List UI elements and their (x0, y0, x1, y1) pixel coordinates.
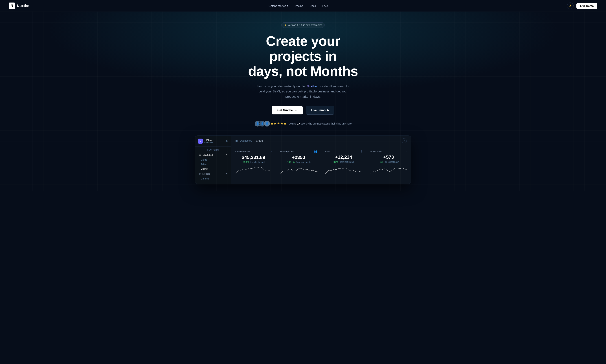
metric-label: Subscriptions (280, 150, 294, 153)
metric-card-active: Active Now ↑ +573 +201 since last hour (366, 146, 411, 176)
play-icon: ▶ (327, 108, 329, 112)
hero-subtitle: Focus on your idea instantly and let Nux… (256, 84, 350, 100)
metric-value: +2350 (280, 155, 317, 160)
sidebar-item-charts[interactable]: Charts (195, 167, 231, 171)
metric-header: Subscriptions 👥 (280, 150, 317, 153)
grid-icon: ⊞ (199, 153, 201, 156)
hero-title: Create your projects in days, not Months (240, 34, 366, 79)
nav-links: Getting started ▾ Pricing Docs FAQ (269, 4, 328, 7)
breadcrumb-separator: › (254, 139, 255, 142)
user-avatars: 👤 👤 👤 (254, 120, 268, 127)
metric-change: +201 since last hour (370, 161, 407, 163)
live-demo-button[interactable]: Live Demo ▶ (306, 106, 334, 115)
chevron-down-icon: ▾ (226, 172, 227, 175)
metric-card-sales: Sales $ +12,234 +19% from last month (321, 146, 366, 176)
star-icon: ★ (284, 24, 287, 26)
sidebar-header: V V Inc Enterprise ⇅ (195, 139, 231, 147)
company-name: V Inc (204, 139, 213, 142)
live-demo-nav-button[interactable]: Live Demo (576, 3, 597, 9)
social-proof: 👤 👤 👤 ★★★★★ Join to 17 users who are not… (4, 120, 602, 127)
dashboard-inner: V V Inc Enterprise ⇅ Platform ⊞ Examples… (195, 136, 411, 184)
trending-up-icon: ↗ (270, 150, 272, 153)
metric-header: Active Now ↑ (370, 150, 407, 153)
metric-value: $45,231.89 (235, 155, 272, 160)
metric-label: Active Now (370, 150, 381, 153)
logo[interactable]: N Nuxtbe (9, 2, 29, 9)
hero-section: ★ Version 1.0.0 is now available! Create… (0, 12, 606, 191)
help-button[interactable]: ? (402, 138, 407, 143)
hero-buttons: Get Nuxtbe → Live Demo ▶ (4, 106, 602, 115)
company-info[interactable]: V V Inc Enterprise (198, 139, 213, 144)
nav-docs[interactable]: Docs (310, 4, 316, 7)
sparkline-sales (325, 165, 363, 176)
arrow-right-icon: → (294, 109, 297, 112)
logo-name: Nuxtbe (17, 4, 29, 8)
chevron-updown-icon: ⇅ (226, 140, 228, 143)
chevron-down-icon: ▾ (226, 154, 227, 156)
dollar-icon: $ (361, 150, 362, 153)
sparkline-subscriptions (280, 166, 317, 176)
version-badge: ★ Version 1.0.0 is now available! (281, 22, 325, 28)
metric-value: +12,234 (325, 155, 363, 160)
company-avatar: V (198, 139, 203, 144)
get-nuxtbe-button[interactable]: Get Nuxtbe → (272, 106, 303, 115)
stars: ★★★★★ (270, 122, 287, 126)
sidebar-item-cards[interactable]: Cards (195, 157, 231, 162)
breadcrumb-current: Charts (256, 139, 263, 142)
nav-pricing[interactable]: Pricing (295, 4, 303, 7)
metric-value: +573 (370, 155, 407, 160)
breadcrumb-root: Dashboard (240, 139, 252, 142)
sidebar-item-genesis[interactable]: Genesis (195, 176, 231, 181)
nav-getting-started[interactable]: Getting started ▾ (269, 4, 288, 7)
sparkline-revenue (235, 166, 272, 176)
metric-change: +19% from last month (325, 161, 363, 163)
users-icon: 👥 (314, 150, 317, 153)
top-bar: ▣ Dashboard › Charts ? (231, 136, 411, 146)
brand-name-inline: Nuxtbe (306, 85, 317, 88)
sidebar: V V Inc Enterprise ⇅ Platform ⊞ Examples… (195, 136, 231, 184)
metric-card-revenue: Total Revenue ↗ $45,231.89 +20.1% from l… (231, 146, 276, 176)
breadcrumb: ▣ Dashboard › Charts (235, 139, 263, 142)
main-content: ▣ Dashboard › Charts ? Total Revenue ↗ (231, 136, 411, 184)
nav-right: ☀ Live Demo (567, 2, 597, 9)
logo-letter: N (11, 4, 13, 8)
dashboard-preview: V V Inc Enterprise ⇅ Platform ⊞ Examples… (191, 135, 415, 184)
metric-header: Total Revenue ↗ (235, 150, 272, 153)
sparkline-active (370, 165, 407, 176)
metric-header: Sales $ (325, 150, 363, 153)
metric-change: +180.1% from last month (280, 161, 317, 163)
sidebar-section-platform: Platform (195, 147, 231, 152)
metric-card-subscriptions: Subscriptions 👥 +2350 +180.1% from last … (276, 146, 321, 176)
theme-toggle[interactable]: ☀ (567, 2, 574, 9)
arrow-up-icon: ↑ (406, 150, 407, 153)
metrics-row: Total Revenue ↗ $45,231.89 +20.1% from l… (231, 146, 411, 176)
sidebar-item-tables[interactable]: Tables (195, 162, 231, 167)
version-text: Version 1.0.0 is now available! (288, 24, 322, 26)
avatar: 👤 (264, 120, 270, 127)
metric-label: Sales (325, 150, 331, 153)
sidebar-item-examples[interactable]: ⊞ Examples ▾ (196, 152, 230, 157)
company-tier: Enterprise (204, 142, 213, 144)
dashboard-window: V V Inc Enterprise ⇅ Platform ⊞ Examples… (195, 135, 411, 184)
chevron-down-icon: ▾ (287, 4, 288, 7)
logo-box: N (9, 2, 15, 9)
models-icon: ◈ (199, 172, 201, 175)
metric-change: +20.1% from last month (235, 161, 272, 163)
proof-text: Join to 17 users who are not wasting the… (289, 122, 351, 125)
navbar: N Nuxtbe Getting started ▾ Pricing Docs … (0, 0, 606, 12)
sidebar-item-models[interactable]: ◈ Models ▾ (196, 171, 230, 176)
metric-label: Total Revenue (235, 150, 250, 153)
sidebar-toggle-icon[interactable]: ▣ (235, 139, 238, 142)
nav-faq[interactable]: FAQ (322, 4, 328, 7)
company-details: V Inc Enterprise (204, 139, 213, 144)
